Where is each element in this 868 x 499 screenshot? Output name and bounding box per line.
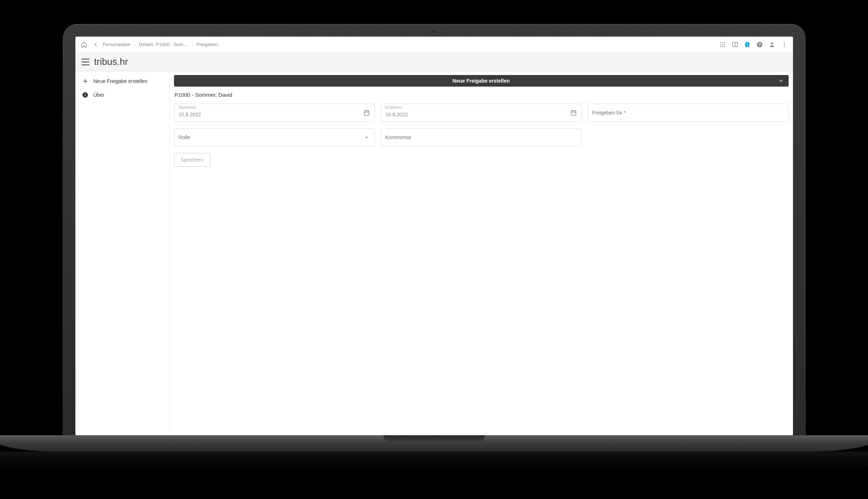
laptop-reflection [0,452,868,470]
gift-icon[interactable] [743,40,752,49]
svg-rect-34 [571,111,576,115]
back-icon[interactable] [91,40,100,49]
breadcrumb: Personalakte › Details: P1000 - Som… › F… [103,42,218,47]
info-icon [82,92,88,98]
release-for-field[interactable] [587,104,789,122]
sidebar-item-label: Über [94,92,104,98]
laptop-base [0,435,868,452]
svg-point-2 [724,42,725,43]
home-icon[interactable] [80,40,88,49]
svg-point-8 [724,46,725,47]
panel-title: Neue Freigabe erstellen [453,78,510,84]
comment-input[interactable] [385,134,577,140]
svg-rect-28 [85,95,86,96]
svg-rect-13 [747,43,748,47]
save-button[interactable]: Speichern [174,153,211,167]
svg-point-21 [784,46,785,47]
chevron-up-icon [778,78,784,84]
svg-point-5 [724,44,725,45]
sidebar: Neue Freigabe erstellen Über [75,71,170,435]
svg-point-6 [720,46,721,47]
svg-point-14 [746,42,747,43]
start-date-label: Startdatum [179,105,196,109]
svg-point-29 [85,93,86,94]
role-input[interactable] [179,134,363,140]
main-content: Neue Freigabe erstellen P1000 - Sommer, … [170,71,793,435]
laptop-mockup: Personalakte › Details: P1000 - Som… › F… [63,24,806,475]
camera-dot [433,30,436,33]
calendar-icon[interactable] [363,109,370,116]
release-for-input[interactable] [592,110,784,116]
sidebar-item-new-release[interactable]: Neue Freigabe erstellen [75,74,169,88]
crumb-details[interactable]: Details: P1000 - Som… [139,42,188,47]
start-date-field[interactable]: Startdatum [174,104,375,122]
svg-text:?: ? [758,42,760,46]
svg-point-4 [722,44,723,45]
start-date-input[interactable] [179,108,363,117]
crumb-personalakte[interactable]: Personalakte [103,42,130,47]
sidebar-item-about[interactable]: Über [75,88,169,102]
brand-logo: tribus.hr [94,56,128,67]
user-icon[interactable] [768,40,776,49]
topbar: Personalakte › Details: P1000 - Som… › F… [75,37,793,53]
panel-header[interactable]: Neue Freigabe erstellen [174,75,789,87]
end-date-label: Enddatum [385,105,402,109]
svg-rect-30 [364,111,369,115]
laptop-notch [383,435,485,442]
end-date-field[interactable]: Enddatum [381,104,582,122]
brand-header: tribus.hr [75,53,793,71]
more-vert-icon[interactable] [780,40,789,49]
svg-point-3 [720,44,721,45]
svg-marker-38 [365,137,368,138]
comment-field[interactable] [381,128,581,146]
help-icon[interactable]: ? [755,40,764,49]
svg-point-0 [720,42,721,43]
svg-point-19 [784,42,785,43]
role-field[interactable] [174,128,375,146]
svg-point-7 [722,46,723,47]
calendar-icon[interactable] [570,109,577,116]
sidebar-item-label: Neue Freigabe erstellen [94,78,148,84]
end-date-input[interactable] [385,108,570,117]
svg-point-20 [784,44,785,45]
record-title: P1000 - Sommer, David [174,87,789,104]
app-screen: Personalakte › Details: P1000 - Som… › F… [75,37,793,435]
apps-grid-icon[interactable] [718,40,727,49]
crumb-freigaben[interactable]: Freigaben [197,42,218,47]
layout-icon[interactable] [731,40,739,49]
svg-point-15 [747,42,748,43]
chevron-down-icon [363,134,370,141]
plus-icon [82,78,88,84]
svg-point-1 [722,42,723,43]
menu-icon[interactable] [80,56,91,68]
svg-point-18 [771,42,773,45]
